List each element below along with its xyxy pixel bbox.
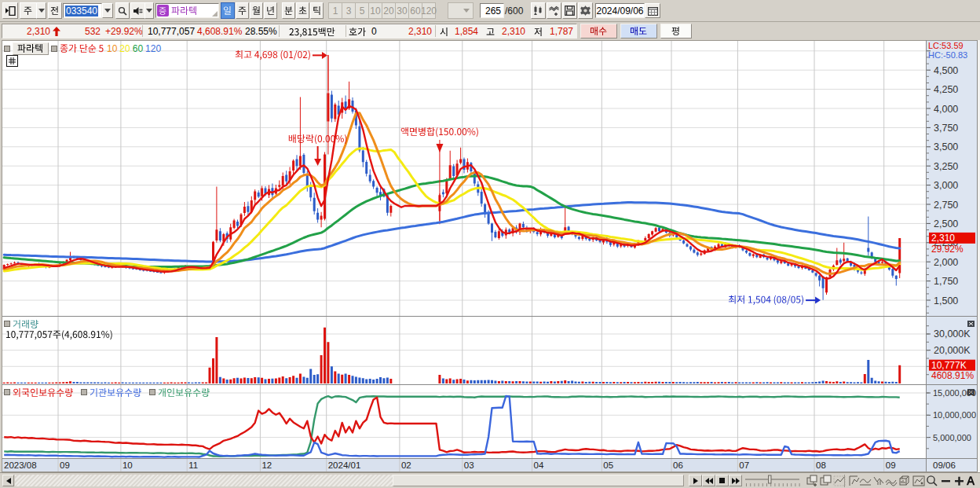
vector-text [171,6,198,17]
svg-text:04: 04 [534,460,544,470]
up-arrow-icon [53,27,60,36]
tab-tick[interactable] [310,2,324,19]
svg-text:09: 09 [60,460,70,470]
tab-tick-label [313,5,322,17]
zoom-out-icon[interactable] [940,475,953,487]
svg-text:3,000: 3,000 [934,180,958,191]
fast-forward-button[interactable] [729,475,742,486]
svg-text:09/06: 09/06 [933,460,956,470]
svg-text:LC:53.59: LC:53.59 [928,41,964,50]
market-badge [157,5,169,17]
sound-alert-dropdown[interactable] [144,2,154,19]
chart-canvas[interactable]: 1,5001,7502,0002,2502,5002,7503,0003,250… [0,39,980,472]
interval-button-30[interactable]: 30 [395,2,409,19]
interval-button-20[interactable]: 20 [382,2,396,19]
stock-code-input[interactable]: 033540 [63,3,102,18]
chevron-down-icon [38,9,45,13]
divider [346,25,346,37]
scroll-left-button[interactable] [2,475,14,486]
interval-button-1[interactable]: 1 [328,2,342,19]
copy-add-icon[interactable] [806,475,819,487]
zoom-slider-handle[interactable] [769,475,772,483]
chart-cube-icon[interactable] [898,475,911,487]
scrollbar-thumb[interactable] [393,475,684,486]
interval-button-10[interactable]: 10 [368,2,382,19]
interval-dropdown[interactable] [448,2,474,19]
stock-search-button[interactable] [115,2,130,19]
hoga-price: 2,310 [408,26,432,37]
svg-text:3,500: 3,500 [934,141,958,152]
interval-button-120[interactable]: 120 [422,2,436,19]
buy-button[interactable] [580,24,617,39]
quote-info-bar: 2,310 532 +29.92% 10,777,057 4,608.91% 2… [0,23,980,39]
date-input[interactable]: 2024/09/06 [595,3,645,18]
stop-button[interactable] [715,475,729,486]
tab-day[interactable] [221,2,235,19]
svg-text:2,000: 2,000 [934,257,958,268]
divider [142,25,143,37]
svg-text:4,000: 4,000 [934,104,958,115]
bar-compress-icon[interactable] [872,475,885,487]
vector-text [671,26,681,37]
sell-button[interactable] [620,24,657,39]
zoom-icon[interactable] [926,475,938,487]
multi-wave-icon[interactable] [885,475,898,487]
stock-code-dropdown[interactable] [102,3,113,18]
candle-compare-icon [533,6,543,16]
tab-second[interactable] [296,2,309,19]
tab-year[interactable] [264,2,277,19]
rewind-button[interactable] [702,475,715,486]
play-button[interactable] [689,475,702,486]
vector-text [590,26,608,37]
trendline-icon[interactable] [859,475,872,487]
svg-text:5,000,000: 5,000,000 [933,433,971,442]
interval-label: 5 [360,6,365,17]
vector-text [284,6,294,17]
tab-minute-label [284,5,294,17]
svg-text:2,310: 2,310 [931,233,955,244]
save-icon [565,6,575,16]
svg-text:02: 02 [401,460,411,470]
svg-text:4608.91%: 4608.91% [931,370,974,381]
tab-day-label [223,5,232,17]
fast-forward-icon [732,478,740,484]
zoom-in-icon[interactable] [953,475,966,487]
prev-stock-button[interactable] [48,2,62,19]
compare-candle-button[interactable] [531,2,546,19]
tab-week-label [238,5,247,17]
sound-alert-button[interactable] [130,2,145,19]
period-quick-dropdown[interactable] [36,2,46,19]
svg-text:12: 12 [261,460,272,470]
copy-panel-icon[interactable] [820,475,832,487]
sell-button-label [630,25,648,37]
candle-count-input[interactable]: 265 [480,3,504,18]
interval-button-5[interactable]: 5 [355,2,369,19]
buy-button-label [590,25,608,37]
zoom-slider[interactable] [745,475,800,487]
svg-text:10,000,000: 10,000,000 [933,410,976,420]
volume-rate: 4,608.91% [197,26,242,37]
chevron-down-icon [146,9,152,13]
vector-text [349,27,367,38]
interval-label: 30 [397,6,407,17]
chart-image-icon[interactable] [912,475,925,487]
hoga-label [349,26,367,38]
tab-minute[interactable] [282,2,295,19]
calendar-button[interactable] [645,3,660,18]
add-indicator-button[interactable] [547,2,561,19]
trade-amount-value [289,26,335,37]
svg-text:11: 11 [188,460,198,470]
new-chart-panel-button[interactable] [2,2,18,19]
save-chart-button[interactable] [562,2,577,19]
period-quick-button[interactable] [20,2,37,19]
trade-amount [289,26,335,38]
font-size-icon[interactable] [966,475,977,487]
avg-button[interactable] [660,24,692,39]
vector-text [313,6,322,17]
tab-month[interactable] [250,2,263,19]
tab-week[interactable] [236,2,249,19]
candle-count-value: 265 [481,6,503,17]
stock-name-field[interactable] [155,3,219,18]
chart-settings-button[interactable] [578,2,593,19]
interval-button-3[interactable]: 3 [342,2,356,19]
